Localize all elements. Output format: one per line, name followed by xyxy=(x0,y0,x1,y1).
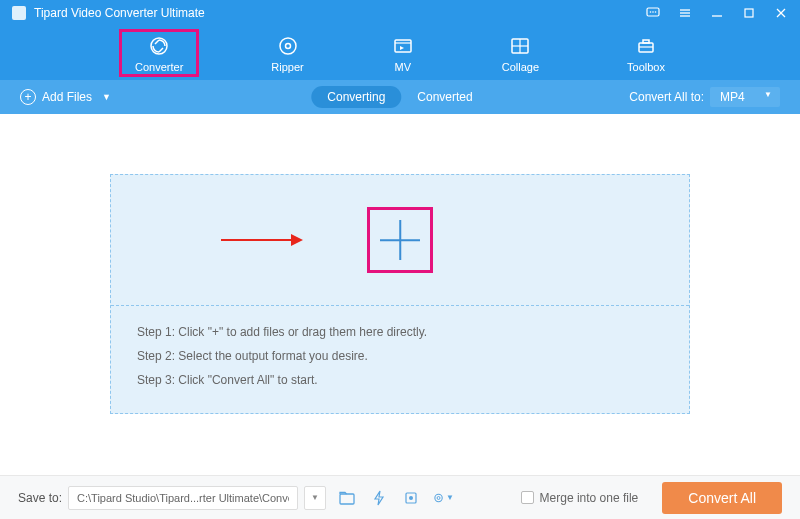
convert-all-button[interactable]: Convert All xyxy=(662,482,782,514)
merge-label: Merge into one file xyxy=(540,491,639,505)
svg-point-13 xyxy=(285,44,290,49)
step-3: Step 3: Click "Convert All" to start. xyxy=(137,368,663,392)
converter-icon xyxy=(148,35,170,57)
maximize-icon[interactable] xyxy=(742,6,756,20)
segment-converted[interactable]: Converted xyxy=(401,86,488,108)
minimize-icon[interactable] xyxy=(710,6,724,20)
toolbox-icon xyxy=(635,35,657,57)
add-files-label: Add Files xyxy=(42,90,92,104)
app-logo-icon xyxy=(12,6,26,20)
main-tabs: Converter Ripper MV Collage Toolbox xyxy=(0,26,800,80)
plus-circle-icon: + xyxy=(20,89,36,105)
ripper-icon xyxy=(277,35,299,57)
high-speed-icon[interactable] xyxy=(400,487,422,509)
save-path-input[interactable] xyxy=(68,486,298,510)
output-format-value: MP4 xyxy=(720,90,745,104)
checkbox-icon xyxy=(521,491,534,504)
titlebar: Tipard Video Converter Ultimate xyxy=(0,0,800,26)
merge-checkbox[interactable]: Merge into one file xyxy=(521,491,639,505)
segment-converting[interactable]: Converting xyxy=(311,86,401,108)
output-format-select[interactable]: MP4 xyxy=(710,87,780,107)
tab-ripper-label: Ripper xyxy=(271,61,303,73)
save-to-label: Save to: xyxy=(18,491,62,505)
svg-point-3 xyxy=(655,11,657,13)
tab-mv-label: MV xyxy=(394,61,411,73)
main-area: Step 1: Click "+" to add files or drag t… xyxy=(0,114,800,485)
tab-ripper[interactable]: Ripper xyxy=(257,31,317,75)
app-title: Tipard Video Converter Ultimate xyxy=(34,6,646,20)
svg-rect-21 xyxy=(643,40,649,43)
tab-toolbox[interactable]: Toolbox xyxy=(613,31,679,75)
footer: Save to: ▼ ▼ Merge into one file Convert… xyxy=(0,475,800,519)
annotation-arrow-icon xyxy=(221,239,301,241)
tab-collage[interactable]: Collage xyxy=(488,31,553,75)
svg-rect-23 xyxy=(340,494,354,504)
svg-point-25 xyxy=(409,496,413,500)
tab-converter-label: Converter xyxy=(135,61,183,73)
toolbar: + Add Files ▼ Converting Converted Conve… xyxy=(0,80,800,114)
add-files-plus-icon[interactable] xyxy=(372,212,428,268)
svg-marker-16 xyxy=(400,46,404,50)
convert-all-to-label: Convert All to: xyxy=(629,90,704,104)
add-files-button[interactable]: + Add Files ▼ xyxy=(20,89,111,105)
tab-collage-label: Collage xyxy=(502,61,539,73)
step-1: Step 1: Click "+" to add files or drag t… xyxy=(137,320,663,344)
dropzone[interactable]: Step 1: Click "+" to add files or drag t… xyxy=(110,174,690,414)
mv-icon xyxy=(392,35,414,57)
svg-point-2 xyxy=(652,11,654,13)
menu-icon[interactable] xyxy=(678,6,692,20)
gpu-accel-icon[interactable] xyxy=(368,487,390,509)
instruction-steps: Step 1: Click "+" to add files or drag t… xyxy=(111,306,689,406)
save-path-dropdown[interactable]: ▼ xyxy=(304,486,326,510)
svg-point-26 xyxy=(435,494,442,501)
feedback-icon[interactable] xyxy=(646,6,660,20)
svg-point-1 xyxy=(650,11,652,13)
svg-rect-8 xyxy=(745,9,753,17)
open-folder-icon[interactable] xyxy=(336,487,358,509)
collage-icon xyxy=(509,35,531,57)
step-2: Step 2: Select the output format you des… xyxy=(137,344,663,368)
svg-point-12 xyxy=(280,38,296,54)
tab-toolbox-label: Toolbox xyxy=(627,61,665,73)
tab-converter[interactable]: Converter xyxy=(121,31,197,75)
close-icon[interactable] xyxy=(774,6,788,20)
svg-rect-14 xyxy=(395,40,411,52)
tab-mv[interactable]: MV xyxy=(378,31,428,75)
settings-gear-icon[interactable]: ▼ xyxy=(432,487,454,509)
svg-point-27 xyxy=(437,496,440,499)
chevron-down-icon: ▼ xyxy=(102,92,111,102)
